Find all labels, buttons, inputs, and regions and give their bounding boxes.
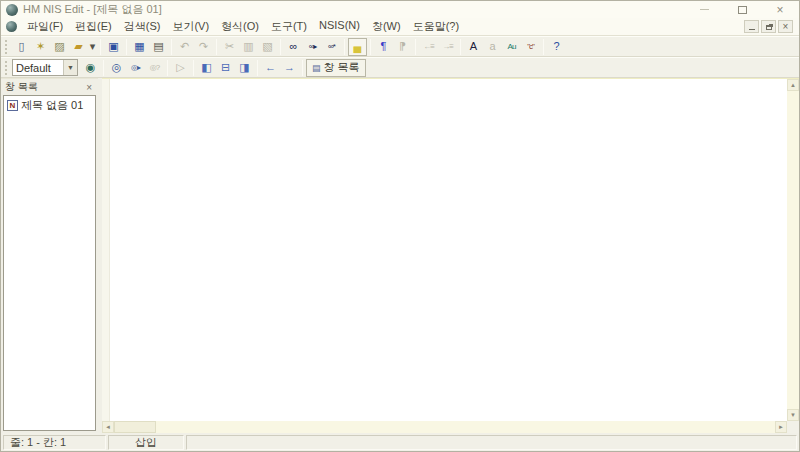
scrollbar-thumb[interactable] bbox=[114, 421, 156, 433]
quote-string-icon[interactable]: "c" bbox=[521, 38, 540, 56]
scroll-up-icon[interactable]: ▲ bbox=[787, 79, 799, 91]
toggle-right-panel-icon[interactable]: ◨ bbox=[235, 59, 254, 77]
window-list-button[interactable]: ▤ 창 목록 bbox=[306, 59, 366, 77]
window-list-icon: ▤ bbox=[312, 63, 321, 73]
vertical-scrollbar[interactable]: ▲ ▼ bbox=[787, 79, 799, 421]
scroll-down-icon[interactable]: ▼ bbox=[787, 409, 799, 421]
menu-edit[interactable]: 편집(E) bbox=[69, 17, 118, 36]
nav-forward-icon[interactable]: → bbox=[280, 59, 299, 77]
menu-help[interactable]: 도움말(?) bbox=[407, 17, 465, 36]
toolbar-grip[interactable] bbox=[5, 40, 8, 54]
insert-mode-indicator: 삽입 bbox=[108, 435, 184, 450]
toolbar-separator bbox=[460, 39, 461, 55]
main-toolbar: ▯✶▨▰▾▣▦▤↶↷✂▥▧∞∞▸∞*▄¶⁋←≡→≡AaAu"c"? bbox=[1, 36, 799, 57]
document-icon bbox=[6, 21, 17, 32]
nav-back-icon[interactable]: ← bbox=[261, 59, 280, 77]
main-area: 창 목록 × N 제목 없음 01 ▲ ▼ bbox=[1, 78, 799, 433]
window-list-label: 창 목록 bbox=[324, 60, 360, 75]
copy-icon[interactable]: ▥ bbox=[239, 38, 258, 56]
print-icon[interactable]: ▤ bbox=[149, 38, 168, 56]
open-file-icon[interactable]: ▰ bbox=[69, 38, 88, 56]
toolbar-separator bbox=[193, 60, 194, 76]
minimize-button[interactable] bbox=[685, 1, 723, 18]
status-bar: 줄: 1 - 칸: 1 삽입 bbox=[1, 433, 799, 451]
formatting-options-icon[interactable]: ⁋ bbox=[393, 38, 412, 56]
mdi-close-button[interactable]: × bbox=[778, 20, 793, 33]
undo-icon[interactable]: ↶ bbox=[175, 38, 194, 56]
compile-test-icon[interactable]: ◎? bbox=[145, 59, 164, 77]
redo-icon[interactable]: ↷ bbox=[194, 38, 213, 56]
toolbar-separator bbox=[167, 60, 168, 76]
nsis-script-icon: N bbox=[7, 100, 18, 111]
compile-script-icon[interactable]: ◎ bbox=[107, 59, 126, 77]
new-file-icon[interactable]: ▯ bbox=[12, 38, 31, 56]
menu-view[interactable]: 보기(V) bbox=[166, 17, 215, 36]
html-help-icon[interactable]: ◉ bbox=[81, 59, 100, 77]
cut-icon[interactable]: ✂ bbox=[220, 38, 239, 56]
compiler-preset-combobox[interactable]: Default ▼ bbox=[12, 59, 78, 76]
toolbar-separator bbox=[302, 60, 303, 76]
horizontal-scrollbar[interactable]: ◄ ► bbox=[102, 421, 787, 433]
mdi-minimize-button[interactable] bbox=[744, 20, 759, 33]
caret-position: 줄: 1 - 칸: 1 bbox=[3, 435, 106, 450]
close-button[interactable]: × bbox=[761, 1, 799, 18]
scroll-right-icon[interactable]: ► bbox=[775, 421, 787, 433]
show-paragraph-marks-icon[interactable]: ¶ bbox=[374, 38, 393, 56]
run-installer-icon[interactable]: ▷ bbox=[171, 59, 190, 77]
editor-pane: ▲ ▼ ◄ ► bbox=[102, 78, 799, 433]
new-from-template-icon[interactable]: ▨ bbox=[50, 38, 69, 56]
toggle-left-panel-icon[interactable]: ◧ bbox=[197, 59, 216, 77]
toolbar-separator bbox=[126, 39, 127, 55]
toolbar-grip[interactable] bbox=[5, 61, 8, 75]
toolbar-separator bbox=[415, 39, 416, 55]
toggle-bottom-panel-icon[interactable]: ⊟ bbox=[216, 59, 235, 77]
toolbar-separator bbox=[280, 39, 281, 55]
scroll-left-icon[interactable]: ◄ bbox=[102, 421, 114, 433]
nsis-toolbar: Default ▼ ◉◎◎▸◎?▷◧⊟◨←→ ▤ 창 목록 bbox=[1, 57, 799, 78]
compiler-preset-value: Default bbox=[13, 62, 63, 74]
lowercase-icon[interactable]: a bbox=[483, 38, 502, 56]
toolbar-separator bbox=[543, 39, 544, 55]
menu-bar: 파일(F)편집(E)검색(S)보기(V)형식(O)도구(T)NSIS(N)창(W… bbox=[1, 18, 799, 36]
font-icon[interactable]: A bbox=[464, 38, 483, 56]
menu-file[interactable]: 파일(F) bbox=[21, 17, 69, 36]
text-editor[interactable] bbox=[110, 79, 787, 421]
mdi-restore-button[interactable] bbox=[761, 20, 776, 33]
toolbar-separator bbox=[103, 60, 104, 76]
panel-header: 창 목록 × bbox=[1, 79, 98, 95]
document-item[interactable]: N 제목 없음 01 bbox=[4, 96, 95, 115]
app-window: HM NIS Edit - [제목 없음 01] × 파일(F)편집(E)검색(… bbox=[0, 0, 800, 452]
outdent-icon[interactable]: ←≡ bbox=[419, 38, 438, 56]
status-message bbox=[186, 435, 797, 450]
window-list-panel: 창 목록 × N 제목 없음 01 bbox=[1, 78, 98, 433]
context-help-icon[interactable]: ? bbox=[547, 38, 566, 56]
maximize-button[interactable] bbox=[723, 1, 761, 18]
save-icon[interactable]: ▣ bbox=[104, 38, 123, 56]
scrollbar-corner bbox=[787, 421, 799, 433]
menu-format[interactable]: 형식(O) bbox=[215, 17, 265, 36]
find-next-icon[interactable]: ∞▸ bbox=[303, 38, 322, 56]
paste-icon[interactable]: ▧ bbox=[258, 38, 277, 56]
new-script-wizard-icon[interactable]: ✶ bbox=[31, 38, 50, 56]
save-all-icon[interactable]: ▦ bbox=[130, 38, 149, 56]
toolbar-separator bbox=[257, 60, 258, 76]
menu-tools[interactable]: 도구(T) bbox=[265, 17, 313, 36]
panel-close-icon[interactable]: × bbox=[84, 82, 94, 93]
syntax-highlight-icon[interactable]: ▄ bbox=[348, 38, 367, 56]
menu-search[interactable]: 검색(S) bbox=[118, 17, 167, 36]
app-icon bbox=[6, 4, 18, 16]
autocomplete-icon[interactable]: Au bbox=[502, 38, 521, 56]
toolbar-separator bbox=[171, 39, 172, 55]
menu-window[interactable]: 창(W) bbox=[366, 17, 407, 36]
indent-icon[interactable]: →≡ bbox=[438, 38, 457, 56]
menu-nsis[interactable]: NSIS(N) bbox=[313, 17, 366, 36]
compile-run-icon[interactable]: ◎▸ bbox=[126, 59, 145, 77]
toolbar-separator bbox=[216, 39, 217, 55]
window-title: HM NIS Edit - [제목 없음 01] bbox=[23, 2, 162, 17]
window-list: N 제목 없음 01 bbox=[3, 95, 96, 431]
find-replace-icon[interactable]: ∞* bbox=[322, 38, 341, 56]
open-dropdown-arrow[interactable]: ▾ bbox=[88, 38, 97, 56]
toolbar-separator bbox=[370, 39, 371, 55]
find-icon[interactable]: ∞ bbox=[284, 38, 303, 56]
chevron-down-icon[interactable]: ▼ bbox=[63, 60, 77, 75]
